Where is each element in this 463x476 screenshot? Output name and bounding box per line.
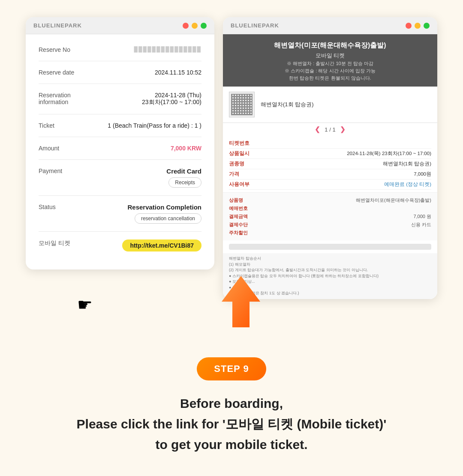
left-window: BLUELINEPARK Reserve No ███████████████ … [26,17,214,269]
summary-val-name: 해변열차미포(해운대해수욕장)출발) [356,197,431,204]
summary-row-name: 상품명 해변열차미포(해운대해수욕장)출발) [229,196,431,204]
detail-row-price: 가격 7,000원 [229,169,431,180]
cancellation-badge[interactable]: reservation cancellation [135,213,201,224]
detail-key-ticket-no: 티켓번호 [229,140,255,147]
summary-key-parking: 주차할인 [229,230,248,236]
amount-value: 7,000 KRW [90,145,201,152]
detail-val-usage: 예매완료 (정상 티켓) [255,181,431,188]
notice-text: 해변열차 탑승순서(1) 해모열차(2) 게이트 탑승대가 가능함에서, 출발시… [229,256,431,296]
reservation-info-value: 2024-11-28 (Thu) 23회차(17:00 ~ 17:00) [142,92,201,106]
reservation-time-line: 23회차(17:00 ~ 17:00) [142,99,201,106]
ticket-row: Ticket 1 (Beach Train(Pass for a ride) :… [39,114,201,137]
carousel-page: 1 / 1 [325,126,335,133]
reserve-no-value: ███████████████ [90,46,201,52]
mobile-ticket-link[interactable]: http://tket.me/CV1Bi87 [122,239,201,251]
summary-val-amount: 7,000 원 [413,213,431,220]
ticket-sub-title: 모바일 티켓 [227,52,433,60]
detail-row-type: 권종명 해변열차(1회 탑승권) [229,159,431,169]
qr-label: 해변열차(1회 탑승권) [261,101,314,108]
payment-method: Credit Card [166,168,201,175]
status-label: Status [39,204,86,210]
tl-green [201,23,207,29]
detail-val-ticket-no [255,140,431,147]
right-window-title: BLUELINEPARK [231,22,402,29]
step-description: Before boarding, Please click the link f… [60,393,403,455]
reservation-date-line: 2024-11-28 (Thu) [142,92,201,99]
summary-key-booking: 예매번호 [229,205,248,212]
detail-val-type: 해변열차(1회 탑승권) [255,161,431,167]
notice-line-1: ※ 해변열차 : 출발시간 10분 전 탑승 마감 [227,60,433,67]
payment-row: Payment Credit Card Receipts [39,160,201,196]
detail-key-usage: 사용여부 [229,181,255,188]
status-row: Status Reservation Completion reservatio… [39,196,201,232]
summary-row-parking: 주차할인 [229,229,431,237]
right-traffic-lights [406,23,430,29]
summary-val-payment: 신용 카드 [411,222,431,228]
ticket-header: 해변열차(미포(해운대해수욕장)출발) 모바일 티켓 ※ 해변열차 : 출발시간… [223,34,437,87]
cursor-hand: ☛ [77,295,93,314]
tl-yellow [192,23,198,29]
summary-key-payment: 결제수단 [229,222,248,228]
reservation-info-label: Reservationinformation [39,92,86,105]
carousel-controls: ❮ 1 / 1 ❯ [223,123,437,136]
ticket-value: 1 (Beach Train(Pass for a ride) : 1 ) [90,122,201,129]
ticket-notice: 해변열차 탑승순서(1) 해모열차(2) 게이트 탑승대가 가능함에서, 출발시… [223,253,437,299]
step-line1: Before boarding, [60,393,403,414]
summary-row-amount: 결제금액 7,000 원 [229,213,431,221]
right-titlebar: BLUELINEPARK [223,17,437,34]
summary-row-booking: 예매번호 [229,204,431,213]
right-window-body: 해변열차(미포(해운대해수욕장)출발) 모바일 티켓 ※ 해변열차 : 출발시간… [223,34,437,299]
right-tl-red [406,23,412,29]
reserve-no-row: Reserve No ███████████████ [39,39,201,61]
step-badge: STEP 9 [197,357,266,380]
summary-row-payment: 결제수단 신용 카드 [229,221,431,229]
detail-key-date: 상품일시 [229,150,255,157]
step-line2: Please click the link for '모바일 티켓 (Mobil… [60,414,403,434]
right-window: BLUELINEPARK 해변열차(미포(해운대해수욕장)출발) 모바일 티켓 … [223,17,437,299]
detail-row-date: 상품일시 2024-11-28(목) 23회차(17:00 ~ 17:00) [229,149,431,159]
reserve-date-label: Reserve date [39,69,86,76]
mobile-ticket-row: 모바일 티켓 http://tket.me/CV1Bi87 [39,232,201,259]
summary-key-name: 상품명 [229,197,243,204]
notice-line-3: 한번 탑승한 티켓은 환불되지 않습니다. [227,75,433,81]
detail-row-ticket-no: 티켓번호 [229,138,431,149]
carousel-next[interactable]: ❯ [340,126,346,133]
left-window-body: Reserve No ███████████████ Reserve date … [26,34,214,269]
ticket-summary: 상품명 해변열차미포(해운대해수욕장)출발) 예매번호 결제금액 7,000 원… [223,192,437,240]
amount-row: Amount 7,000 KRW [39,137,201,160]
detail-key-type: 권종명 [229,161,255,167]
right-tl-green [424,23,430,29]
detail-row-usage: 사용여부 예매완료 (정상 티켓) [229,180,431,190]
reserve-date-row: Reserve date 2024.11.15 10:52 [39,61,201,84]
receipts-badge[interactable]: Receipts [168,177,201,188]
reservation-info-row: Reservationinformation 2024-11-28 (Thu) … [39,84,201,114]
step-line3: to get your mobile ticket. [60,434,403,455]
detail-val-price: 7,000원 [255,171,431,177]
mobile-ticket-label: 모바일 티켓 [39,239,86,247]
summary-key-amount: 결제금액 [229,213,248,220]
ticket-label: Ticket [39,122,86,129]
payment-value-block: Credit Card Receipts [166,168,201,188]
reserve-date-value: 2024.11.15 10:52 [90,69,201,76]
status-value-block: Reservation Completion reservation cance… [127,204,201,224]
tl-red [183,23,189,29]
left-window-title: BLUELINEPARK [33,22,179,29]
step-section: STEP 9 Before boarding, Please click the… [9,357,454,455]
reserve-no-label: Reserve No [39,46,86,53]
right-tl-yellow [415,23,421,29]
status-main-value: Reservation Completion [127,204,201,211]
ticket-detail-table: 티켓번호 상품일시 2024-11-28(목) 23회차(17:00 ~ 17:… [223,136,437,192]
payment-label: Payment [39,168,86,174]
detail-key-price: 가격 [229,171,255,177]
left-traffic-lights [183,23,207,29]
qr-row: 해변열차(1회 탑승권) [223,87,437,123]
detail-val-date: 2024-11-28(목) 23회차(17:00 ~ 17:00) [255,150,431,157]
notice-line-2: ※ 스카이캡슐 : 해당 시간 사이에 입장 가능 [227,68,433,74]
ticket-main-title: 해변열차(미포(해운대해수욕장)출발) [227,41,433,50]
windows-container: BLUELINEPARK Reserve No ███████████████ … [26,17,437,299]
blurred-bar [229,244,431,250]
amount-label: Amount [39,145,86,152]
qr-code [229,92,255,117]
carousel-prev[interactable]: ❮ [315,126,320,133]
left-titlebar: BLUELINEPARK [26,17,214,34]
